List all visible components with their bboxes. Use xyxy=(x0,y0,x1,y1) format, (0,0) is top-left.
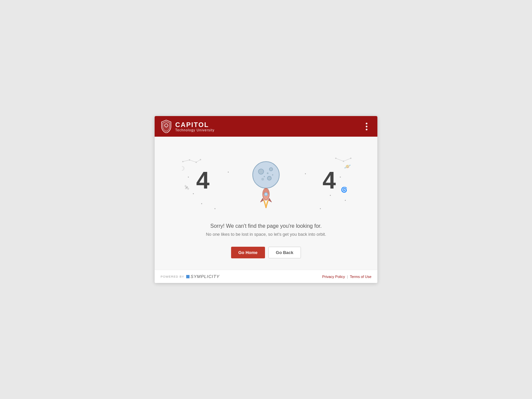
go-back-button[interactable]: Go Back xyxy=(268,247,301,258)
star-dot xyxy=(305,173,306,174)
error-code-left: 4 xyxy=(196,167,209,194)
svg-line-5 xyxy=(183,160,190,162)
terms-of-use-link[interactable]: Terms of Use xyxy=(350,275,371,279)
logo-area: CAPITOL Technology University xyxy=(161,120,214,133)
error-code-right: 4 xyxy=(323,167,336,194)
main-content: ☽ 🪐 🛰 🌀 xyxy=(155,137,377,270)
illustration-area: ☽ 🪐 🛰 🌀 xyxy=(161,147,371,220)
symplicity-logo: symplicity xyxy=(186,274,219,279)
symplicity-square xyxy=(186,275,190,278)
svg-point-18 xyxy=(267,173,269,174)
powered-by-area: POWERED BY symplicity xyxy=(161,274,219,279)
dot-3 xyxy=(366,129,367,130)
svg-point-16 xyxy=(269,168,273,171)
powered-by-label: POWERED BY xyxy=(161,275,184,278)
svg-point-15 xyxy=(267,176,271,180)
star-dot xyxy=(201,203,202,204)
satellite-icon: 🛰 xyxy=(185,185,189,190)
swirl-icon: 🌀 xyxy=(341,187,347,193)
svg-line-6 xyxy=(190,160,196,162)
svg-line-12 xyxy=(343,158,351,161)
star-dot xyxy=(193,193,194,194)
svg-point-22 xyxy=(264,193,268,196)
dot-2 xyxy=(366,126,367,127)
rocket-illustration xyxy=(258,185,274,209)
privacy-policy-link[interactable]: Privacy Policy xyxy=(322,275,345,279)
rocket-svg xyxy=(258,185,274,208)
app-window: CAPITOL Technology University ☽ 🪐 🛰 🌀 xyxy=(155,116,377,283)
star-dot xyxy=(340,177,341,178)
error-subtitle: No one likes to be lost in space, so let… xyxy=(206,232,326,237)
svg-line-11 xyxy=(336,158,343,161)
buttons-row: Go Home Go Back xyxy=(231,247,301,258)
nav-header: CAPITOL Technology University xyxy=(155,116,377,137)
footer-links: Privacy Policy | Terms of Use xyxy=(322,275,371,279)
brand-name: CAPITOL xyxy=(175,121,214,128)
star-dot xyxy=(320,208,321,209)
svg-point-14 xyxy=(258,169,264,174)
footer: POWERED BY symplicity Privacy Policy | T… xyxy=(155,270,377,283)
svg-line-7 xyxy=(196,160,200,162)
brand-sub: Technology University xyxy=(175,128,214,132)
shield-icon xyxy=(161,120,172,133)
svg-point-19 xyxy=(264,176,265,177)
symplicity-text: symplicity xyxy=(191,274,219,279)
dot-1 xyxy=(366,123,367,124)
star-dot xyxy=(214,208,215,209)
error-title: Sorry! We can't find the page you're loo… xyxy=(206,223,326,229)
constellation-right xyxy=(334,157,354,165)
crescent-icon: ☽ xyxy=(180,165,185,172)
star-dot xyxy=(188,177,189,178)
star-dot xyxy=(228,172,229,173)
svg-point-13 xyxy=(253,162,279,188)
logo-text: CAPITOL Technology University xyxy=(175,121,214,132)
star-dot xyxy=(345,200,346,201)
svg-point-20 xyxy=(272,174,273,176)
star-dot xyxy=(330,195,331,196)
go-home-button[interactable]: Go Home xyxy=(231,247,265,258)
footer-separator: | xyxy=(347,275,348,279)
error-message: Sorry! We can't find the page you're loo… xyxy=(206,223,326,237)
svg-point-17 xyxy=(261,178,264,181)
constellation-left xyxy=(181,158,201,165)
menu-button[interactable] xyxy=(361,121,371,131)
